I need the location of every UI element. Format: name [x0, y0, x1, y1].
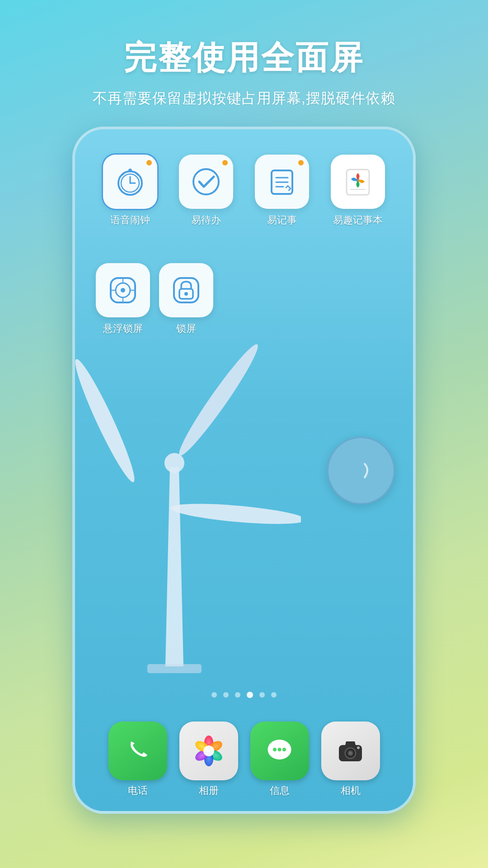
- svg-line-10: [122, 172, 125, 175]
- app-grid-row2: 悬浮锁屏 锁屏: [89, 256, 221, 343]
- svg-rect-5: [147, 664, 202, 673]
- header-section: 完整使用全面屏 不再需要保留虚拟按键占用屏幕,摆脱硬件依赖: [0, 0, 488, 127]
- page-subtitle: 不再需要保留虚拟按键占用屏幕,摆脱硬件依赖: [0, 89, 488, 108]
- camera-icon: [333, 734, 367, 768]
- dock-icon-camera[interactable]: [321, 722, 380, 780]
- dot-5: [259, 692, 265, 698]
- notes-icon: [266, 166, 298, 198]
- svg-point-42: [282, 748, 286, 751]
- dock-icon-photos[interactable]: [179, 722, 238, 780]
- app-item-lock[interactable]: 锁屏: [159, 263, 213, 335]
- dock-label-photos: 相册: [199, 784, 219, 797]
- svg-point-2: [75, 356, 141, 486]
- dock-icon-phone[interactable]: [108, 722, 167, 780]
- app-icon-alarm[interactable]: [103, 155, 157, 209]
- svg-point-40: [273, 748, 277, 751]
- app-icon-lock[interactable]: [159, 263, 213, 317]
- dot-2: [223, 692, 229, 698]
- svg-point-13: [193, 169, 219, 194]
- svg-point-3: [170, 500, 301, 528]
- app-label-notebook: 易趣记事本: [333, 213, 383, 227]
- dock-icon-messages[interactable]: [250, 722, 309, 780]
- svg-point-4: [173, 340, 264, 460]
- pin-indicator-todo: [222, 160, 228, 165]
- svg-point-41: [278, 748, 282, 751]
- svg-point-23: [121, 288, 125, 292]
- svg-point-1: [164, 453, 184, 473]
- svg-point-48: [357, 746, 360, 749]
- dock: 电话: [93, 722, 395, 797]
- notebook-icon: [342, 166, 374, 198]
- app-icon-todo[interactable]: [179, 155, 233, 209]
- dock-label-phone: 电话: [128, 784, 148, 797]
- dock-item-phone[interactable]: 电话: [108, 722, 167, 797]
- app-icon-floatlock[interactable]: [96, 263, 150, 317]
- page-wrapper: 完整使用全面屏 不再需要保留虚拟按键占用屏幕,摆脱硬件依赖: [0, 0, 488, 127]
- dot-6: [271, 692, 277, 698]
- dock-item-messages[interactable]: 信息: [250, 722, 309, 797]
- app-icon-notes[interactable]: [255, 155, 309, 209]
- alarm-icon: [114, 166, 146, 198]
- dot-3: [235, 692, 240, 698]
- svg-point-37: [203, 745, 214, 756]
- app-item-notes[interactable]: 易记事: [248, 155, 316, 227]
- dot-4-active: [247, 692, 253, 698]
- svg-point-47: [349, 751, 352, 755]
- svg-point-12: [128, 169, 132, 172]
- page-indicator: [211, 692, 277, 698]
- app-label-alarm: 语音闹钟: [110, 213, 150, 227]
- phone-frame: 语音闹钟 易待办: [72, 127, 416, 814]
- dock-label-messages: 信息: [270, 784, 290, 797]
- svg-point-30: [184, 292, 188, 296]
- photos-icon: [191, 733, 227, 769]
- messages-icon: [263, 734, 296, 768]
- dot-1: [211, 692, 217, 698]
- app-item-todo[interactable]: 易待办: [172, 155, 240, 227]
- app-item-floatlock[interactable]: 悬浮锁屏: [96, 263, 150, 335]
- app-label-todo: 易待办: [191, 213, 221, 227]
- floating-btn-icon: [347, 457, 375, 484]
- phone-icon: [122, 735, 154, 767]
- app-grid-row1: 语音闹钟 易待办: [89, 147, 399, 234]
- app-label-notes: 易记事: [267, 213, 297, 227]
- dock-item-photos[interactable]: 相册: [179, 722, 238, 797]
- floating-action-button[interactable]: [327, 437, 395, 505]
- windmill-illustration: [75, 323, 301, 684]
- todo-icon: [190, 166, 222, 198]
- svg-line-11: [135, 172, 138, 175]
- app-item-notebook[interactable]: 易趣记事本: [324, 155, 392, 227]
- dock-label-camera: 相机: [341, 784, 361, 797]
- app-label-lock: 锁屏: [176, 322, 196, 335]
- pin-indicator: [146, 160, 152, 165]
- page-title: 完整使用全面屏: [0, 36, 488, 80]
- floatlock-icon: [107, 274, 139, 306]
- app-item-alarm[interactable]: 语音闹钟: [96, 155, 164, 227]
- svg-marker-0: [165, 467, 183, 666]
- phone-container: 语音闹钟 易待办: [72, 127, 416, 814]
- pin-indicator-notes: [298, 160, 304, 165]
- dock-item-camera[interactable]: 相机: [321, 722, 380, 797]
- app-icon-notebook[interactable]: [331, 155, 385, 209]
- app-label-floatlock: 悬浮锁屏: [103, 322, 143, 335]
- lock-icon: [170, 274, 202, 306]
